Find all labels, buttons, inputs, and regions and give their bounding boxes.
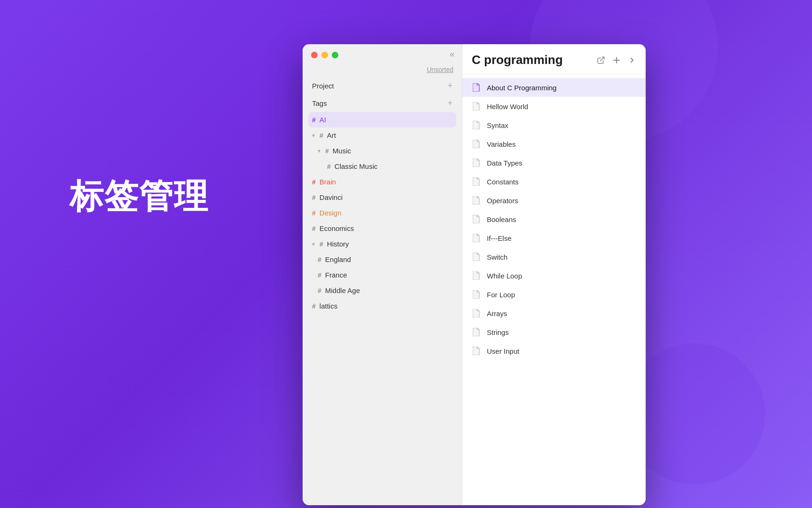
content-item-syntax[interactable]: Syntax: [462, 116, 646, 135]
chevron-music: ▾: [318, 148, 320, 154]
chevron-right-icon[interactable]: [628, 56, 636, 64]
content-label-for-loop: For Loop: [487, 291, 515, 299]
content-label-booleans: Booleans: [487, 215, 516, 223]
tag-label-classic-music: Classic Music: [335, 162, 378, 170]
sidebar-item-lattics[interactable]: # lattics: [308, 298, 456, 314]
content-title: C programming: [472, 53, 591, 67]
project-section: Project +: [303, 77, 462, 95]
sidebar-item-middle-age[interactable]: # Middle Age: [308, 283, 456, 298]
hash-icon-davinci: #: [312, 194, 316, 201]
sidebar-item-economics[interactable]: # Economics: [308, 221, 456, 236]
tags-add-icon[interactable]: +: [447, 98, 453, 108]
doc-icon-syntax: [472, 120, 481, 130]
sidebar-item-davinci[interactable]: # Davinci: [308, 190, 456, 205]
traffic-light-maximize[interactable]: [332, 52, 338, 58]
tag-label-economics: Economics: [320, 224, 354, 232]
content-item-about[interactable]: About C Programming: [462, 78, 646, 97]
sidebar-item-ai[interactable]: # AI: [308, 112, 456, 127]
content-panel: C programming: [462, 44, 646, 505]
tag-label-middle-age: Middle Age: [325, 286, 360, 294]
hash-icon-france: #: [318, 271, 321, 279]
tags-list: # AI ▾ # Art ▾ #: [303, 112, 462, 505]
sidebar-item-brain[interactable]: # Brain: [308, 174, 456, 190]
app-window: « Unsorted Project + Tags +: [303, 44, 646, 505]
traffic-light-close[interactable]: [311, 52, 318, 58]
content-label-strings: Strings: [487, 328, 509, 336]
tags-header[interactable]: Tags +: [308, 95, 456, 112]
content-item-constants[interactable]: Constants: [462, 172, 646, 191]
hash-icon-design: #: [312, 209, 316, 217]
content-label-operators: Operators: [487, 197, 518, 205]
tag-label-art: Art: [327, 131, 336, 139]
sidebar-item-history[interactable]: ▾ # History: [308, 236, 456, 252]
content-item-strings[interactable]: Strings: [462, 323, 646, 341]
project-label: Project: [312, 82, 334, 90]
sidebar-item-classic-music[interactable]: # Classic Music: [308, 159, 456, 174]
doc-icon-operators: [472, 196, 481, 205]
add-item-icon[interactable]: [612, 56, 621, 65]
content-item-while-loop[interactable]: While Loop: [462, 266, 646, 285]
unsorted-label[interactable]: Unsorted: [303, 64, 462, 77]
content-item-data-types[interactable]: Data Types: [462, 153, 646, 172]
content-label-arrays: Arrays: [487, 310, 507, 318]
doc-icon-strings: [472, 327, 481, 337]
hash-icon-brain: #: [312, 178, 316, 186]
sidebar-item-england[interactable]: # England: [308, 252, 456, 267]
collapse-button[interactable]: «: [450, 49, 454, 59]
tag-label-lattics: lattics: [320, 302, 337, 310]
hash-icon-history: #: [320, 240, 323, 248]
project-add-icon[interactable]: +: [447, 81, 453, 91]
doc-icon-constants: [472, 177, 481, 186]
hash-icon-middle-age: #: [318, 287, 321, 294]
tag-label-england: England: [325, 255, 351, 263]
hash-icon-england: #: [318, 256, 321, 263]
doc-icon-data-types: [472, 158, 481, 167]
content-label-hello: Hellow World: [487, 103, 528, 111]
content-label-about: About C Programming: [487, 84, 556, 92]
content-label-user-input: User Input: [487, 347, 519, 355]
doc-icon-hello: [472, 102, 481, 111]
tags-items: # AI ▾ # Art ▾ #: [303, 112, 462, 314]
content-item-variables[interactable]: Variables: [462, 135, 646, 153]
sidebar-item-art[interactable]: ▾ # Art: [308, 127, 456, 143]
content-item-if-else[interactable]: If---Else: [462, 229, 646, 247]
content-label-while-loop: While Loop: [487, 272, 522, 280]
tags-section-header: Tags +: [303, 95, 462, 112]
content-item-for-loop[interactable]: For Loop: [462, 285, 646, 304]
tag-label-history: History: [327, 240, 349, 248]
content-label-if-else: If---Else: [487, 234, 512, 242]
traffic-light-minimize[interactable]: [321, 52, 328, 58]
sidebar-item-design[interactable]: # Design: [308, 205, 456, 221]
content-header: C programming: [462, 44, 646, 74]
tag-label-design: Design: [320, 209, 342, 217]
content-label-constants: Constants: [487, 178, 519, 186]
doc-icon-while-loop: [472, 271, 481, 280]
doc-icon-user-input: [472, 346, 481, 356]
content-label-data-types: Data Types: [487, 159, 523, 167]
hash-icon-music: #: [325, 147, 329, 155]
content-item-arrays[interactable]: Arrays: [462, 304, 646, 323]
content-item-booleans[interactable]: Booleans: [462, 210, 646, 229]
sidebar: « Unsorted Project + Tags +: [303, 44, 462, 505]
content-item-user-input[interactable]: User Input: [462, 341, 646, 360]
page-title: 标签管理: [70, 174, 209, 219]
content-item-operators[interactable]: Operators: [462, 191, 646, 210]
sidebar-item-music[interactable]: ▾ # Music: [308, 143, 456, 159]
tag-label-davinci: Davinci: [320, 193, 343, 201]
doc-icon-if-else: [472, 233, 481, 243]
titlebar: «: [303, 44, 462, 64]
content-list: About C Programming Hellow World: [462, 74, 646, 505]
sidebar-item-france[interactable]: # France: [308, 267, 456, 283]
doc-icon-about: [472, 83, 481, 92]
tag-label-brain: Brain: [320, 178, 336, 186]
hash-icon-economics: #: [312, 225, 316, 232]
hash-icon-lattics: #: [312, 302, 316, 310]
header-icons: [597, 56, 636, 65]
project-header[interactable]: Project +: [308, 77, 456, 95]
content-item-switch[interactable]: Switch: [462, 247, 646, 266]
content-item-hello[interactable]: Hellow World: [462, 97, 646, 116]
hash-icon-ai: #: [312, 116, 316, 124]
svg-line-0: [601, 57, 604, 61]
external-link-icon[interactable]: [597, 56, 605, 64]
doc-icon-variables: [472, 139, 481, 149]
